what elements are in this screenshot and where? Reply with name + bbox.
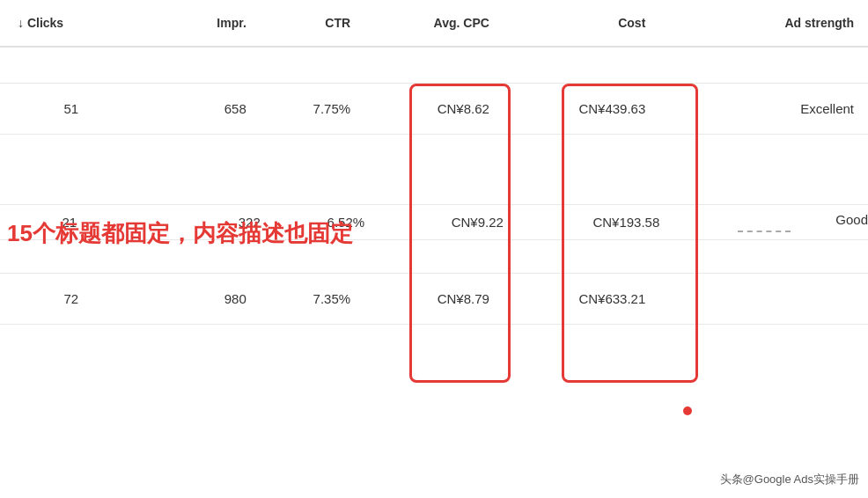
cell-cost-2: CN¥193.58: [504, 205, 659, 240]
cell-ctr-3: 7.35%: [261, 274, 364, 325]
cell-cpc-3: CN¥8.79: [364, 274, 504, 325]
cell-cpc-1: CN¥8.62: [364, 84, 504, 135]
table-row: 21 322 6.52% CN¥9.22 CN¥193.58 Good: [0, 205, 868, 240]
table-container: ↓ Clicks Impr. CTR Avg. CPC Cost Ad stre…: [0, 0, 868, 498]
cell-cpc-2: CN¥9.22: [364, 205, 504, 240]
cell-cost-3: CN¥633.21: [504, 274, 659, 325]
dot-row: [0, 240, 868, 274]
cell-impr-3: 980: [139, 274, 261, 325]
header-ad-strength[interactable]: Ad strength: [659, 0, 868, 47]
cell-clicks-2: 21: [0, 205, 139, 240]
cell-adstrength-3: [659, 274, 868, 325]
data-table: ↓ Clicks Impr. CTR Avg. CPC Cost Ad stre…: [0, 0, 868, 325]
cell-clicks-1: 51: [0, 84, 139, 135]
header-ctr[interactable]: CTR: [261, 0, 364, 47]
header-clicks[interactable]: ↓ Clicks: [0, 0, 139, 47]
annotation-row: [0, 135, 868, 205]
cell-clicks-3: 72: [0, 274, 139, 325]
cell-impr-1: 658: [139, 84, 261, 135]
empty-top-row: [0, 47, 868, 84]
cell-ctr-1: 7.75%: [261, 84, 364, 135]
cell-adstrength-1: Excellent: [659, 84, 868, 135]
table-header-row: ↓ Clicks Impr. CTR Avg. CPC Cost Ad stre…: [0, 0, 868, 47]
cell-ctr-2: 6.52%: [261, 205, 364, 240]
cell-impr-2: 322: [139, 205, 261, 240]
cell-cost-1: CN¥439.63: [504, 84, 659, 135]
header-cost[interactable]: Cost: [504, 0, 659, 47]
header-avg-cpc[interactable]: Avg. CPC: [364, 0, 504, 47]
header-impr[interactable]: Impr.: [139, 0, 261, 47]
sort-icon: ↓: [18, 16, 24, 30]
clicks-label: Clicks: [27, 16, 63, 30]
cell-adstrength-2: Good: [659, 205, 868, 240]
table-row: 72 980 7.35% CN¥8.79 CN¥633.21: [0, 274, 868, 325]
table-row: 51 658 7.75% CN¥8.62 CN¥439.63 Excellent: [0, 84, 868, 135]
